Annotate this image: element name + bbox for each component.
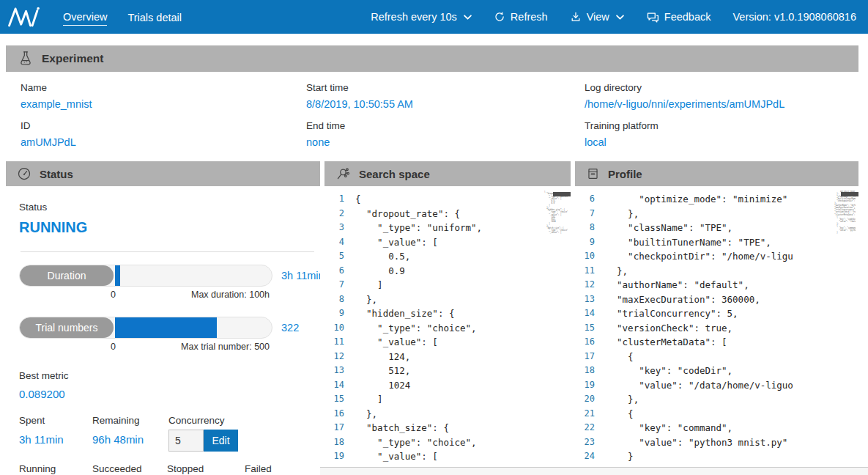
code-line: 19 "value": "/data/home/v-liguo [575,378,858,393]
edit-concurrency-button[interactable]: Edit [204,430,238,452]
succeeded-cell: Succeeded 148 [92,463,167,475]
spent-value: 3h 11min [19,433,92,446]
line-number: 15 [575,321,606,336]
minimap[interactable]: "optimize_mode": "minimize" }, "classNam… [832,191,856,475]
code-line: 14 1024 [324,378,571,393]
line-number: 6 [575,192,606,207]
search-space-editor[interactable]: 1 { 2 "dropout_rate": { 3 "_type": "unif… [324,186,571,475]
code-lines[interactable]: 6 "optimize_mode": "minimize" 7 }, 8 "cl… [575,192,858,464]
code-line: 22 "key": "command", [575,421,858,435]
line-number: 21 [575,407,606,421]
code-text: "optimize_mode": "minimize" [606,192,787,207]
status-panel: Status Status RUNNING Duration 3h 11min … [6,161,320,475]
spent-label: Spent [19,415,92,426]
code-line: 5 0.5, [324,249,571,264]
line-number: 20 [575,392,606,407]
code-text: "clusterMetaData": [ [606,335,727,350]
line-number: 19 [575,378,606,393]
code-text: "batch_size": { [355,421,449,435]
code-text: "versionCheck": true, [606,321,732,336]
field-label: Training platform [585,120,858,131]
code-text: "checkpointDir": "/home/v-ligu [606,249,793,264]
line-number: 8 [575,221,606,235]
concurrency-cell: Concurrency Edit [168,415,320,452]
code-line: 17 { [575,350,858,364]
field-name: Name example_mnist [21,82,306,120]
code-lines[interactable]: 1 { 2 "dropout_rate": { 3 "_type": "unif… [324,192,571,464]
line-number: 14 [575,306,606,321]
field-log-directory: Log directory /home/v-liguo/nni/experime… [585,82,858,120]
line-number: 1 [324,192,355,207]
field-start-time: Start time 8/8/2019, 10:50:55 AM [306,82,585,120]
code-text: }, [355,292,377,307]
experiment-section-header: Experiment [6,45,858,72]
code-line: 16 }, [324,407,571,421]
succeeded-label: Succeeded [92,463,167,474]
code-text: "className": "TPE", [606,221,732,235]
code-text: { [606,350,634,364]
remaining-value: 96h 48min [92,433,168,446]
code-text: }, [355,407,377,421]
best-metric-label: Best metric [19,370,320,381]
code-text: ] [355,392,383,407]
code-line: 11 }, [575,264,858,279]
field-value: 8/8/2019, 10:50:55 AM [306,98,585,110]
code-text: 0.9 [355,264,405,279]
field-label: ID [21,120,306,131]
status-panel-title: Status [40,168,73,180]
scale-min: 0 [111,290,116,300]
minimap-slider[interactable] [553,192,571,196]
line-number: 13 [575,292,606,307]
code-line: 10 "_type": "choice", [324,321,571,336]
concurrency-input[interactable] [168,430,204,452]
minimap-slider[interactable] [841,192,858,196]
profile-editor[interactable]: 6 "optimize_mode": "minimize" 7 }, 8 "cl… [575,186,858,475]
code-text: "builtinTunerName": "TPE", [606,235,771,250]
running-cell: Running 5 [19,463,92,475]
line-number: 8 [324,292,355,307]
code-line: 9 "hidden_size": { [324,306,571,321]
field-training-platform: Training platform local [585,120,858,158]
tab-trials-detail[interactable]: Trials detail [127,9,182,26]
code-line: 15 ] [324,392,571,407]
line-number: 16 [575,335,606,350]
code-text: "dropout_rate": { [355,207,460,221]
scale-min: 0 [111,342,116,352]
search-space-panel: Search space 1 { 2 "dropout_rate": { [324,161,571,475]
horizontal-scrollbar[interactable] [320,467,868,475]
line-number: 10 [575,249,606,264]
line-number: 11 [324,335,355,350]
line-number: 12 [324,350,355,364]
refresh-button[interactable]: Refresh [494,11,548,23]
field-value: example_mnist [21,98,306,110]
line-number: 12 [575,278,606,292]
view-dropdown[interactable]: View [570,11,624,23]
tab-overview[interactable]: Overview [63,8,107,26]
code-line: 6 "optimize_mode": "minimize" [575,192,858,207]
code-text: "_type": "choice", [355,321,477,336]
duration-value: 3h 11min [281,270,320,281]
duration-bar-label: Duration [20,265,114,286]
line-number: 5 [324,249,355,264]
code-text: "key": "codeDir", [606,364,732,378]
field-value: /home/v-liguo/nni/experiments/amUMJPdL [585,98,858,110]
code-line: 8 }, [324,292,571,307]
line-number: 17 [324,421,355,435]
line-number: 16 [324,407,355,421]
nni-logo-icon [7,6,41,28]
panels-row: Status Status RUNNING Duration 3h 11min … [6,161,858,475]
feedback-link[interactable]: Feedback [646,11,711,23]
line-number: 11 [575,264,606,279]
trial-numbers-row: Trial numbers 322 [19,317,320,339]
code-text: "authorName": "default", [606,278,749,292]
flask-icon [18,51,33,67]
code-line: 18 "key": "codeDir", [575,364,858,378]
refresh-interval-dropdown[interactable]: Refresh every 10s [371,11,472,23]
line-number: 23 [575,435,606,450]
minimap[interactable]: { "dropout_rate": { "_type": "uniform", … [544,191,568,475]
code-text: "hidden_size": { [355,306,454,321]
code-line: 2 "dropout_rate": { [324,207,571,221]
line-number: 2 [324,207,355,221]
trial-numbers-scale: 0 Max trial number: 500 [19,342,272,353]
trial-numbers-bar-fill [115,317,217,338]
